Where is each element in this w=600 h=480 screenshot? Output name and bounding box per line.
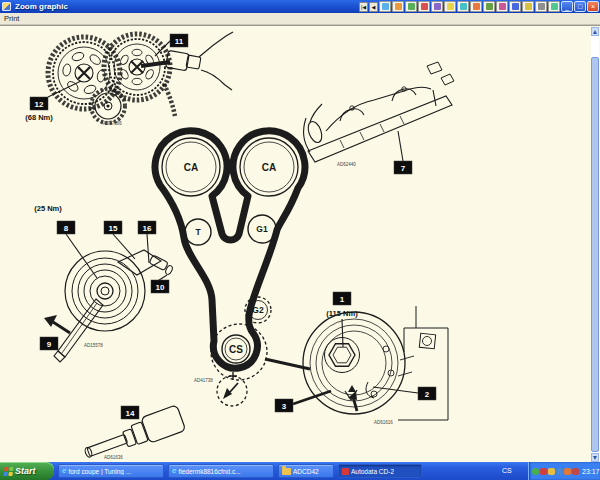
torque-crankshaft: (115 Nm) bbox=[326, 309, 358, 318]
app-shortcut-icon[interactable] bbox=[431, 1, 443, 12]
tray-icon[interactable] bbox=[532, 468, 539, 475]
app-shortcut-icon[interactable] bbox=[418, 1, 430, 12]
callout-12: 12 bbox=[35, 100, 44, 109]
taskbar: Start e ford coupe | Tuning ... e fieder… bbox=[0, 462, 600, 480]
scroll-up-button[interactable] bbox=[591, 27, 599, 36]
app-shortcut-icon[interactable] bbox=[483, 1, 495, 12]
callout-3: 3 bbox=[282, 402, 287, 411]
tray-icon[interactable] bbox=[572, 468, 579, 475]
app-shortcut-glyph bbox=[382, 3, 389, 10]
task-label: Autodata CD-2 bbox=[351, 468, 394, 475]
torque-camshaft: (68 Nm) bbox=[25, 113, 53, 122]
illustration-code-crank: AD61616 bbox=[374, 420, 393, 425]
timing-belt-diagram: CA CA T G1 G2 CS AD41738 bbox=[0, 26, 590, 462]
tray-icon[interactable] bbox=[548, 468, 555, 475]
task-button-autodata[interactable]: Autodata CD-2 bbox=[338, 464, 422, 478]
graphic-canvas: CA CA T G1 G2 CS AD41738 bbox=[0, 25, 600, 462]
task-button-folder[interactable]: ADCD42 bbox=[278, 464, 334, 478]
app-shortcut-glyph bbox=[395, 3, 402, 10]
task-button-browser-1[interactable]: e ford coupe | Tuning ... bbox=[58, 464, 164, 478]
tensioner-assembly-drawing: AD15578 bbox=[54, 250, 174, 362]
menu-print[interactable]: Print bbox=[4, 14, 19, 23]
app-shortcut-icon[interactable] bbox=[405, 1, 417, 12]
down-arrow-icon bbox=[593, 456, 597, 460]
menu-bar: Print bbox=[0, 13, 600, 25]
minimize-button[interactable]: _ bbox=[561, 1, 573, 12]
app-shortcut-glyph bbox=[447, 3, 454, 10]
illustration-code-topleft: AD17366 bbox=[103, 121, 122, 126]
task-label: fiedermk8816cfnd.c... bbox=[178, 468, 240, 475]
illustration-code-socket: AD61636 bbox=[104, 455, 123, 460]
crank-sprocket-label: CS bbox=[229, 344, 243, 355]
callout-9: 9 bbox=[47, 340, 52, 349]
internet-explorer-icon: e bbox=[62, 467, 66, 475]
title-bar[interactable]: Zoom graphic |◀ ◀ _ □ × bbox=[0, 0, 600, 13]
windows-logo-icon bbox=[3, 467, 13, 476]
callout-14: 14 bbox=[126, 409, 135, 418]
scroll-down-button[interactable] bbox=[591, 453, 599, 462]
callout-1: 1 bbox=[340, 295, 345, 304]
callout-10: 10 bbox=[156, 283, 165, 292]
tensioner-label: T bbox=[195, 227, 201, 237]
maximize-button[interactable]: □ bbox=[574, 1, 586, 12]
torque-tensioner: (25 Nm) bbox=[34, 204, 62, 213]
callout-16: 16 bbox=[143, 224, 152, 233]
nav-first-button[interactable]: |◀ bbox=[359, 2, 368, 12]
app-shortcut-glyph bbox=[421, 3, 428, 10]
app-shortcut-icon[interactable] bbox=[470, 1, 482, 12]
app-shortcut-glyph bbox=[551, 3, 558, 10]
callout-2: 2 bbox=[425, 390, 430, 399]
guide2-label: G2 bbox=[252, 305, 264, 315]
timing-mark-pointer bbox=[348, 385, 356, 392]
app-shortcut-glyph bbox=[538, 3, 545, 10]
task-button-browser-2[interactable]: e fiedermk8816cfnd.c... bbox=[168, 464, 274, 478]
illustration-code-belt: AD41738 bbox=[194, 378, 213, 383]
app-shortcut-icon[interactable] bbox=[444, 1, 456, 12]
app-shortcut-icon[interactable] bbox=[535, 1, 547, 12]
up-arrow-icon bbox=[593, 30, 597, 34]
callout-15: 15 bbox=[109, 224, 118, 233]
internet-explorer-icon: e bbox=[172, 467, 176, 475]
window-title: Zoom graphic bbox=[15, 2, 68, 11]
app-shortcut-glyph bbox=[525, 3, 532, 10]
taskbar-clock[interactable]: 23:17 bbox=[582, 468, 600, 475]
system-tray: 23:17 bbox=[528, 462, 600, 480]
language-indicator[interactable]: CS bbox=[502, 467, 512, 474]
callout-8: 8 bbox=[64, 224, 69, 233]
illustration-code-topright: AD62440 bbox=[337, 162, 356, 167]
belt-direction-arrow bbox=[223, 388, 232, 399]
vertical-scrollbar[interactable] bbox=[591, 27, 599, 462]
crank-pulley-drawing: AD61616 bbox=[303, 306, 448, 425]
callout-7: 7 bbox=[401, 164, 406, 173]
app-shortcut-icon[interactable] bbox=[392, 1, 404, 12]
tray-icon[interactable] bbox=[556, 468, 563, 475]
camshaft-carrier-drawing: AD62440 bbox=[304, 62, 454, 167]
scrollbar-thumb[interactable] bbox=[591, 57, 599, 452]
lever-direction-arrow bbox=[44, 315, 70, 333]
guide1-label: G1 bbox=[256, 224, 268, 234]
close-button[interactable]: × bbox=[587, 1, 599, 12]
start-button[interactable]: Start bbox=[0, 462, 54, 480]
app-shortcut-icon[interactable] bbox=[379, 1, 391, 12]
task-label: ADCD42 bbox=[293, 468, 319, 475]
tray-icon[interactable] bbox=[540, 468, 547, 475]
app-shortcut-glyph bbox=[473, 3, 480, 10]
app-shortcut-icon[interactable] bbox=[522, 1, 534, 12]
timing-mark-arrow bbox=[348, 391, 357, 400]
app-shortcut-icon[interactable] bbox=[457, 1, 469, 12]
application-icon bbox=[2, 2, 11, 11]
app-shortcut-icon[interactable] bbox=[548, 1, 560, 12]
nav-previous-button[interactable]: ◀ bbox=[369, 2, 378, 12]
titlebar-controls: |◀ ◀ _ □ × bbox=[359, 1, 599, 12]
folder-icon bbox=[282, 468, 291, 475]
app-shortcut-icon[interactable] bbox=[496, 1, 508, 12]
app-shortcut-glyph bbox=[408, 3, 415, 10]
illustration-code-tensioner: AD15578 bbox=[84, 343, 103, 348]
app-shortcut-icon[interactable] bbox=[509, 1, 521, 12]
camshaft-right-label: CA bbox=[262, 162, 276, 173]
app-shortcut-glyph bbox=[434, 3, 441, 10]
start-label: Start bbox=[15, 466, 36, 476]
app-shortcut-glyph bbox=[499, 3, 506, 10]
app-shortcut-glyph bbox=[512, 3, 519, 10]
tray-icon[interactable] bbox=[564, 468, 571, 475]
